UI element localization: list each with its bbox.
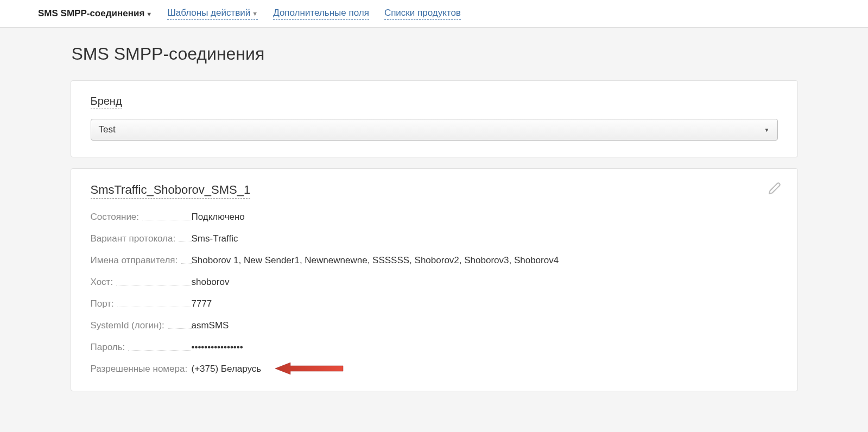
- edit-icon[interactable]: [768, 182, 781, 197]
- detail-label: Хост:: [91, 277, 192, 288]
- nav-item-smpp[interactable]: SMS SMPP-соединения▼: [38, 8, 152, 19]
- brand-label: Бренд: [91, 95, 122, 109]
- main-container: SMS SMPP-соединения Бренд Test ▼ SmsTraf…: [71, 28, 798, 424]
- detail-value: ••••••••••••••••: [192, 342, 243, 353]
- brand-select-value: Test: [99, 124, 116, 135]
- detail-row: Состояние: Подключено: [91, 212, 778, 223]
- detail-value: (+375) Беларусь: [192, 364, 262, 374]
- detail-value: shoborov: [192, 277, 230, 288]
- detail-label: Порт:: [91, 298, 192, 309]
- detail-row: Пароль: ••••••••••••••••: [91, 342, 778, 353]
- chevron-down-icon: ▼: [764, 127, 770, 133]
- chevron-down-icon: ▼: [252, 10, 258, 17]
- brand-select[interactable]: Test ▼: [91, 119, 778, 141]
- detail-label: Вариант протокола:: [91, 233, 192, 244]
- detail-label: Имена отправителя:: [91, 255, 192, 266]
- detail-value: 7777: [192, 298, 212, 309]
- nav-item-extra-fields[interactable]: Дополнительные поля: [273, 8, 369, 20]
- detail-row: Имена отправителя: Shoborov 1, New Sende…: [91, 255, 778, 266]
- detail-row: Разрешенные номера: (+375) Беларусь: [91, 364, 778, 374]
- detail-row: Хост: shoborov: [91, 277, 778, 288]
- detail-row: Порт: 7777: [91, 298, 778, 309]
- connection-card: SmsTraffic_Shoborov_SMS_1 Состояние: Под…: [71, 168, 798, 391]
- arrow-annotation-icon: [275, 360, 346, 379]
- detail-value: Подключено: [192, 212, 245, 223]
- brand-select-wrap: Test ▼: [91, 119, 778, 141]
- detail-row: Вариант протокола: Sms-Traffic: [91, 233, 778, 244]
- nav-item-product-lists[interactable]: Списки продуктов: [384, 8, 461, 20]
- detail-value: asmSMS: [192, 320, 229, 331]
- svg-marker-0: [275, 363, 343, 374]
- nav-item-templates[interactable]: Шаблоны действий▼: [167, 8, 258, 20]
- chevron-down-icon: ▼: [146, 11, 152, 17]
- detail-label: Состояние:: [91, 212, 192, 223]
- detail-label: SystemId (логин):: [91, 320, 192, 331]
- page-title: SMS SMPP-соединения: [71, 44, 798, 64]
- detail-value: Sms-Traffic: [192, 233, 238, 244]
- detail-label: Пароль:: [91, 342, 192, 353]
- detail-row: SystemId (логин): asmSMS: [91, 320, 778, 331]
- connection-title: SmsTraffic_Shoborov_SMS_1: [91, 183, 251, 199]
- top-nav: SMS SMPP-соединения▼ Шаблоны действий▼ Д…: [0, 0, 868, 28]
- brand-card: Бренд Test ▼: [71, 80, 798, 157]
- detail-value: Shoborov 1, New Sender1, Newnewnewne, SS…: [192, 255, 559, 266]
- detail-label: Разрешенные номера:: [91, 364, 192, 374]
